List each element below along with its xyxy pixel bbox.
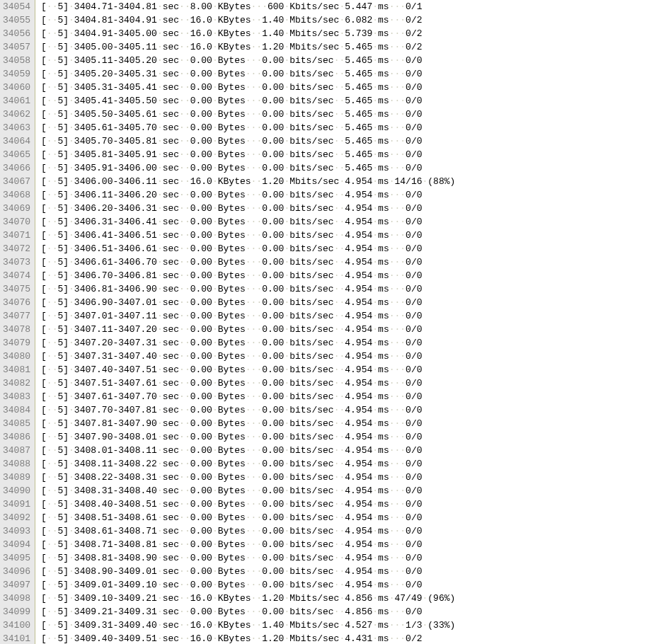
log-line: [··5]·3406.11-3406.20·sec··0.00·Bytes···… (41, 188, 649, 202)
log-line: [··5]·3408.31-3408.40·sec··0.00·Bytes···… (41, 484, 649, 498)
line-number: 34083 (3, 390, 30, 403)
log-line: [··5]·3408.22-3408.31·sec··0.00·Bytes···… (41, 471, 649, 484)
line-number: 34082 (3, 376, 30, 390)
line-number: 34089 (3, 471, 30, 484)
log-line: [··5]·3407.81-3407.90·sec··0.00·Bytes···… (41, 417, 649, 430)
line-number: 34084 (3, 403, 30, 417)
log-line: [··5]·3406.61-3406.70·sec··0.00·Bytes···… (41, 255, 649, 269)
line-number: 34096 (3, 565, 30, 578)
line-number: 34056 (3, 27, 30, 40)
line-number: 34099 (3, 605, 30, 619)
log-line: [··5]·3408.81-3408.90·sec··0.00·Bytes···… (41, 551, 649, 565)
log-line: [··5]·3405.81-3405.91·sec··0.00·Bytes···… (41, 148, 649, 161)
line-number: 34087 (3, 444, 30, 457)
line-number: 34081 (3, 363, 30, 376)
log-line: [··5]·3407.90-3408.01·sec··0.00·Bytes···… (41, 430, 649, 444)
log-line: [··5]·3404.81-3404.91·sec··16.0·KBytes··… (41, 13, 649, 27)
line-number-gutter: 3405434055340563405734058340593406034061… (0, 0, 35, 644)
line-number: 34073 (3, 255, 30, 269)
log-line: [··5]·3405.70-3405.81·sec··0.00·Bytes···… (41, 134, 649, 148)
line-number: 34100 (3, 619, 30, 632)
log-line: [··5]·3406.70-3406.81·sec··0.00·Bytes···… (41, 269, 649, 282)
log-line: [··5]·3405.11-3405.20·sec··0.00·Bytes···… (41, 54, 649, 67)
line-number: 34058 (3, 54, 30, 67)
line-number: 34078 (3, 323, 30, 336)
log-line: [··5]·3408.61-3408.71·sec··0.00·Bytes···… (41, 524, 649, 538)
log-line: [··5]·3409.31-3409.40·sec··16.0·KBytes··… (41, 619, 649, 632)
log-line: [··5]·3407.20-3407.31·sec··0.00·Bytes···… (41, 336, 649, 350)
log-line: [··5]·3409.01-3409.10·sec··0.00·Bytes···… (41, 578, 649, 592)
line-number: 34057 (3, 40, 30, 54)
log-line: [··5]·3404.91-3405.00·sec··16.0·KBytes··… (41, 27, 649, 40)
line-number: 34061 (3, 94, 30, 108)
log-line: [··5]·3407.01-3407.11·sec··0.00·Bytes···… (41, 309, 649, 323)
log-line: [··5]·3406.41-3406.51·sec··0.00·Bytes···… (41, 229, 649, 242)
line-number: 34064 (3, 134, 30, 148)
log-line: [··5]·3408.01-3408.11·sec··0.00·Bytes···… (41, 444, 649, 457)
line-number: 34065 (3, 148, 30, 161)
log-line: [··5]·3407.11-3407.20·sec··0.00·Bytes···… (41, 323, 649, 336)
line-number: 34097 (3, 578, 30, 592)
log-line: [··5]·3406.00-3406.11·sec··16.0·KBytes··… (41, 175, 649, 188)
log-line: [··5]·3407.40-3407.51·sec··0.00·Bytes···… (41, 363, 649, 376)
log-line: [··5]·3405.50-3405.61·sec··0.00·Bytes···… (41, 108, 649, 121)
line-number: 34069 (3, 202, 30, 215)
line-number: 34095 (3, 551, 30, 565)
log-line: [··5]·3409.40-3409.51·sec··16.0·KBytes··… (41, 632, 649, 644)
log-line: [··5]·3408.51-3408.61·sec··0.00·Bytes···… (41, 511, 649, 524)
line-number: 34071 (3, 229, 30, 242)
log-line: [··5]·3405.41-3405.50·sec··0.00·Bytes···… (41, 94, 649, 108)
line-number: 34088 (3, 457, 30, 471)
line-number: 34055 (3, 13, 30, 27)
log-line: [··5]·3404.71-3404.81·sec··8.00·KBytes··… (41, 0, 649, 13)
log-line: [··5]·3405.20-3405.31·sec··0.00·Bytes···… (41, 67, 649, 81)
line-number: 34059 (3, 67, 30, 81)
log-line: [··5]·3406.81-3406.90·sec··0.00·Bytes···… (41, 282, 649, 296)
line-number: 34063 (3, 121, 30, 134)
line-number: 34054 (3, 0, 30, 13)
line-number: 34091 (3, 498, 30, 511)
log-line: [··5]·3406.51-3406.61·sec··0.00·Bytes···… (41, 242, 649, 255)
line-number: 34060 (3, 81, 30, 94)
log-line: [··5]·3405.91-3406.00·sec··0.00·Bytes···… (41, 161, 649, 175)
log-line: [··5]·3405.00-3405.11·sec··16.0·KBytes··… (41, 40, 649, 54)
line-number: 34092 (3, 511, 30, 524)
line-number: 34101 (3, 632, 30, 644)
line-number: 34076 (3, 296, 30, 309)
line-number: 34093 (3, 524, 30, 538)
line-number: 34090 (3, 484, 30, 498)
log-line: [··5]·3408.40-3408.51·sec··0.00·Bytes···… (41, 498, 649, 511)
log-line: [··5]·3406.90-3407.01·sec··0.00·Bytes···… (41, 296, 649, 309)
log-line: [··5]·3407.51-3407.61·sec··0.00·Bytes···… (41, 376, 649, 390)
log-line: [··5]·3406.31-3406.41·sec··0.00·Bytes···… (41, 215, 649, 229)
line-number: 34070 (3, 215, 30, 229)
line-number: 34077 (3, 309, 30, 323)
line-number: 34068 (3, 188, 30, 202)
log-line: [··5]·3405.61-3405.70·sec··0.00·Bytes···… (41, 121, 649, 134)
line-number: 34062 (3, 108, 30, 121)
log-line: [··5]·3406.20-3406.31·sec··0.00·Bytes···… (41, 202, 649, 215)
line-number: 34098 (3, 592, 30, 605)
line-number: 34079 (3, 336, 30, 350)
log-line: [··5]·3409.21-3409.31·sec··0.00·Bytes···… (41, 605, 649, 619)
log-line: [··5]·3408.71-3408.81·sec··0.00·Bytes···… (41, 538, 649, 551)
log-content[interactable]: [··5]·3404.71-3404.81·sec··8.00·KBytes··… (35, 0, 649, 644)
line-number: 34067 (3, 175, 30, 188)
line-number: 34085 (3, 417, 30, 430)
log-line: [··5]·3407.70-3407.81·sec··0.00·Bytes···… (41, 403, 649, 417)
line-number: 34080 (3, 350, 30, 363)
log-line: [··5]·3408.90-3409.01·sec··0.00·Bytes···… (41, 565, 649, 578)
log-line: [··5]·3407.61-3407.70·sec··0.00·Bytes···… (41, 390, 649, 403)
line-number: 34066 (3, 161, 30, 175)
line-number: 34072 (3, 242, 30, 255)
editor-view: 3405434055340563405734058340593406034061… (0, 0, 649, 644)
log-line: [··5]·3407.31-3407.40·sec··0.00·Bytes···… (41, 350, 649, 363)
line-number: 34086 (3, 430, 30, 444)
log-line: [··5]·3408.11-3408.22·sec··0.00·Bytes···… (41, 457, 649, 471)
line-number: 34075 (3, 282, 30, 296)
line-number: 34094 (3, 538, 30, 551)
log-line: [··5]·3409.10-3409.21·sec··16.0·KBytes··… (41, 592, 649, 605)
line-number: 34074 (3, 269, 30, 282)
log-line: [··5]·3405.31-3405.41·sec··0.00·Bytes···… (41, 81, 649, 94)
